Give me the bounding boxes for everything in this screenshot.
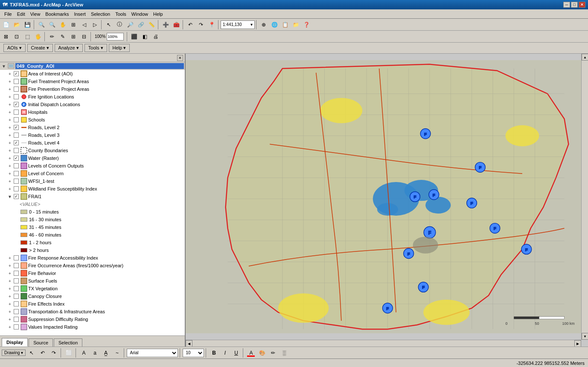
wfsi-test-checkbox[interactable] [14,179,19,184]
fuel-treatment-expand[interactable]: + [7,78,13,84]
zoom-selected-button[interactable]: ⊡ [12,32,22,41]
rectangle-tool-button[interactable]: ⬜ [64,348,74,358]
transport-expand[interactable]: + [7,309,13,315]
water-checkbox[interactable] [14,156,19,161]
arcToolbox-button[interactable]: 🧰 [171,20,181,29]
roads-l4-checkbox[interactable] [14,140,19,145]
spline-button[interactable]: ~ [112,348,122,358]
navigate-button[interactable]: 🖐 [33,32,43,41]
schools-expand[interactable]: + [7,117,13,123]
analyze-button[interactable]: Analyze ▾ [55,44,83,52]
scroll-up-button[interactable]: ▲ [582,54,588,61]
level-concern-expand[interactable]: + [7,170,13,176]
text-tool-small-button[interactable]: a [90,348,100,358]
canopy-checkbox[interactable] [14,294,19,299]
redo-button[interactable]: ↷ [196,20,206,29]
italic-button[interactable]: I [220,348,230,358]
undo-button[interactable]: ↶ [185,20,195,29]
help-button[interactable]: ❓ [301,20,311,29]
fuel-treatment-checkbox[interactable] [14,79,19,84]
toc-close-button[interactable]: ✕ [177,55,183,61]
select-features-button[interactable]: ↖ [104,20,114,29]
edit-btn5[interactable]: ⊟ [79,32,89,41]
new-map-button[interactable]: 📄 [1,20,11,29]
create-button[interactable]: Create ▾ [27,44,53,52]
font-color-button[interactable]: A [246,348,256,358]
layout-btn2[interactable]: ◧ [140,32,150,41]
fire-ignition-expand[interactable]: + [7,94,13,100]
catalog-button[interactable]: 📋 [280,20,290,29]
frai1-expand[interactable]: ▼ [7,194,13,199]
zoom-full-button[interactable]: ⊠ [1,32,11,41]
tab-source[interactable]: Source [29,338,53,347]
arc-catalog-button[interactable]: 📁 [291,20,301,29]
fire-occurrence-checkbox[interactable] [14,263,19,268]
suppression-checkbox[interactable] [14,317,19,322]
menu-file[interactable]: File [2,11,15,17]
zoom-input[interactable]: 100% [107,33,124,40]
tab-selection[interactable]: Selection [54,338,82,347]
layout-btn1[interactable]: ⬛ [129,32,140,41]
identify-button[interactable]: ⓘ [114,20,125,29]
root-label[interactable]: 049_County_AOI [15,63,184,69]
minimize-button[interactable]: ─ [563,2,570,8]
wildland-fire-checkbox[interactable] [14,186,19,191]
roads-l3-expand[interactable]: + [7,132,13,138]
font-size-select[interactable]: 10 [183,349,204,357]
roads-l2-expand[interactable]: + [7,124,13,130]
bold-button[interactable]: B [209,348,219,358]
wfsi-test-expand[interactable]: + [7,178,13,184]
pan-button[interactable]: ✋ [58,20,68,29]
scroll-track-v[interactable] [582,61,588,333]
underline-button[interactable]: U [231,348,241,358]
zoom-out-button[interactable]: 🔍 [47,20,57,29]
menu-insert[interactable]: Insert [71,11,88,17]
hyperlink-button[interactable]: 🔗 [136,20,146,29]
fire-response-expand[interactable]: + [7,255,13,261]
tools-button[interactable]: Tools ▾ [84,44,107,52]
suppression-expand[interactable]: + [7,316,13,322]
scroll-right-button[interactable]: ▶ [574,340,581,347]
drawing-dropdown-button[interactable]: Drawing ▾ [2,350,26,356]
full-extent-button[interactable]: ⊞ [68,20,79,29]
find-button[interactable]: 🔎 [125,20,135,29]
initial-dispatch-expand[interactable]: + [7,101,13,107]
water-expand[interactable]: + [7,155,13,161]
horizontal-scrollbar[interactable]: ◀ ▶ [186,340,581,347]
scroll-track-h[interactable] [192,340,574,347]
edit-btn3[interactable]: ✎ [58,32,68,41]
county-expand[interactable]: + [7,147,13,153]
help-aoi-button[interactable]: Help ▾ [109,44,130,52]
scroll-left-button[interactable]: ◀ [186,340,192,347]
hospitals-expand[interactable]: + [7,109,13,115]
canopy-expand[interactable]: + [7,293,13,299]
fire-response-checkbox[interactable] [14,255,19,260]
text-tool-button[interactable]: A [79,348,89,358]
select-arrow-button[interactable]: ↖ [26,348,37,358]
toc-content[interactable]: ▼ 049_County_AOI + Area of Interest (AOI… [0,62,185,335]
menu-tools[interactable]: Tools [113,11,129,17]
font-name-select[interactable]: Arial [127,349,178,357]
scroll-down-button[interactable]: ▼ [582,333,588,340]
roads-l3-checkbox[interactable] [14,133,19,138]
fire-effects-expand[interactable]: + [7,301,13,307]
surface-fuels-expand[interactable]: + [7,278,13,284]
level-concern-checkbox[interactable] [14,171,19,176]
page-setup-button[interactable]: 🖨 [151,32,161,41]
map-area[interactable]: ▲ ▼ ◀ ▶ [186,54,588,347]
go-to-xy-button[interactable]: 📍 [207,20,217,29]
tab-display[interactable]: Display [2,338,28,347]
transport-checkbox[interactable] [14,309,19,314]
loc-outputs-checkbox[interactable] [14,163,19,168]
tx-veg-checkbox[interactable] [14,286,19,291]
menu-view[interactable]: View [28,11,43,17]
line-color-button[interactable]: ✏ [268,348,278,358]
menu-bookmarks[interactable]: Bookmarks [43,11,71,17]
drawing-redo-button[interactable]: ↷ [49,348,59,358]
fire-prevention-expand[interactable]: + [7,86,13,92]
fire-occurrence-expand[interactable]: + [7,263,13,269]
zoom-in-button[interactable]: 🔍 [36,20,47,29]
edit-btn4[interactable]: ⊞ [68,32,79,41]
menu-help[interactable]: Help [151,11,166,17]
hospitals-checkbox[interactable] [14,110,19,115]
